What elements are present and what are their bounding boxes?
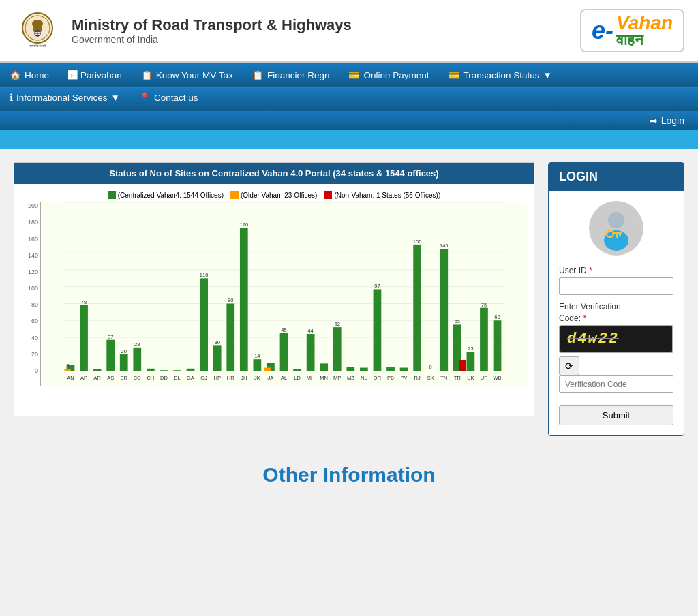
legend-red: (Non-Vaham: 1 States (56 Offices)) xyxy=(324,191,440,199)
user-id-label: User ID * xyxy=(559,266,673,275)
legend-orange: (Older Vaham 23 Offices) xyxy=(230,191,317,199)
nav-online-payment[interactable]: 💳 Online Payment xyxy=(339,63,438,87)
svg-text:JA: JA xyxy=(268,375,274,381)
nav-parivahan-label: Parivahan xyxy=(80,70,122,80)
verification-code-input[interactable] xyxy=(559,375,673,393)
legend-red-label: (Non-Vaham: 1 States (56 Offices)) xyxy=(334,191,440,199)
svg-rect-39 xyxy=(160,370,168,371)
svg-text:AP: AP xyxy=(80,375,87,381)
ticker-bar: VAHAN is the flagship e-Governance appli… xyxy=(0,130,698,149)
submit-button[interactable]: Submit xyxy=(559,405,673,425)
svg-text:MP: MP xyxy=(333,375,341,381)
svg-text:HP: HP xyxy=(213,375,220,381)
svg-text:CG: CG xyxy=(134,375,141,381)
legend-green: (Centralized Vahan4: 1544 Offices) xyxy=(108,191,224,199)
nav-home[interactable]: 🏠 Home xyxy=(0,63,59,87)
svg-point-110 xyxy=(608,212,624,228)
nav-financier-regn[interactable]: 📋 Financier Regn xyxy=(243,63,339,87)
chart-legend: (Centralized Vahan4: 1544 Offices) (Olde… xyxy=(21,191,527,199)
ticker-text: VAHAN is the flagship e-Governance appli… xyxy=(0,134,698,144)
nav-parivahan[interactable]: 🅰 Parivahan xyxy=(59,63,132,87)
home-icon: 🏠 xyxy=(10,70,21,80)
code-label: Code: * xyxy=(559,313,673,323)
nav-home-label: Home xyxy=(25,70,49,80)
login-panel: LOGIN xyxy=(548,162,684,436)
svg-rect-114 xyxy=(619,234,621,236)
captcha-display: d4w22 xyxy=(559,325,673,353)
svg-rect-103 xyxy=(480,308,488,371)
svg-text:28: 28 xyxy=(134,341,140,348)
svg-rect-74 xyxy=(333,327,342,371)
nav-know-mv-tax[interactable]: 📋 Know Your MV Tax xyxy=(132,63,243,87)
user-id-group: User ID * xyxy=(559,266,673,295)
login-link[interactable]: ➡ Login xyxy=(650,115,684,126)
evahan-brand: e- Vahan वाहन xyxy=(580,9,684,52)
svg-text:AN: AN xyxy=(67,375,74,381)
legend-orange-label: (Older Vaham 23 Offices) xyxy=(241,191,317,199)
svg-text:PB: PB xyxy=(387,375,394,381)
svg-text:TR: TR xyxy=(454,375,461,381)
svg-text:170: 170 xyxy=(240,221,249,228)
nav-mv-tax-label: Know Your MV Tax xyxy=(156,70,233,80)
legend-green-label: (Centralized Vahan4: 1544 Offices) xyxy=(118,191,224,199)
svg-text:SK: SK xyxy=(427,375,434,381)
svg-rect-69 xyxy=(307,334,315,371)
svg-rect-86 xyxy=(400,368,408,371)
legend-red-dot xyxy=(324,191,332,199)
svg-text:23: 23 xyxy=(468,345,473,352)
svg-rect-20 xyxy=(64,369,70,371)
svg-rect-77 xyxy=(346,367,354,371)
org-sub: Government of India xyxy=(72,34,352,45)
nav-info-services[interactable]: ℹ Informational Services ▼ xyxy=(0,88,130,107)
svg-rect-43 xyxy=(187,369,195,371)
svg-rect-98 xyxy=(459,360,466,371)
svg-text:55: 55 xyxy=(455,318,460,324)
svg-text:DD: DD xyxy=(160,375,168,381)
y-axis: 0 20 40 60 80 100 120 140 160 180 200 xyxy=(21,202,40,386)
svg-rect-61 xyxy=(264,368,271,371)
svg-text:0: 0 xyxy=(429,364,432,370)
svg-text:GJ: GJ xyxy=(200,375,207,381)
other-info-heading: Other Information xyxy=(14,463,684,487)
nav-transaction-label: Transaction Status xyxy=(464,70,540,80)
svg-rect-57 xyxy=(254,359,262,371)
svg-text:MH: MH xyxy=(307,375,315,381)
nav-contact[interactable]: 📍 Contact us xyxy=(130,88,208,107)
svg-rect-113 xyxy=(612,232,622,234)
login-link-label: Login xyxy=(661,115,684,126)
svg-rect-28 xyxy=(106,340,115,371)
nav-contact-label: Contact us xyxy=(154,93,198,103)
svg-rect-37 xyxy=(147,369,155,371)
svg-text:45: 45 xyxy=(281,327,286,333)
nav-transaction-status[interactable]: 💳 Transaction Status ▼ xyxy=(439,63,562,87)
submit-label: Submit xyxy=(603,410,630,420)
svg-rect-54 xyxy=(240,228,248,371)
svg-text:CH: CH xyxy=(147,375,154,381)
svg-text:20: 20 xyxy=(121,348,127,354)
user-id-input[interactable] xyxy=(559,277,673,295)
svg-rect-26 xyxy=(93,369,102,371)
svg-text:4: 4 xyxy=(267,361,270,367)
svg-text:97: 97 xyxy=(374,283,380,289)
refresh-icon: ⟳ xyxy=(565,360,573,371)
avatar-icon xyxy=(591,203,642,254)
svg-text:UK: UK xyxy=(467,375,474,381)
login-panel-body: User ID * Enter Verification Code: * d4w… xyxy=(549,191,684,435)
svg-text:37: 37 xyxy=(108,334,113,340)
svg-text:44: 44 xyxy=(307,328,313,334)
svg-text:150: 150 xyxy=(413,238,422,245)
svg-text:JK: JK xyxy=(254,375,260,381)
svg-text:75: 75 xyxy=(481,302,487,308)
svg-rect-23 xyxy=(80,305,88,371)
user-id-required: * xyxy=(589,266,592,275)
captcha-refresh-button[interactable]: ⟳ xyxy=(559,356,579,375)
code-required: * xyxy=(583,313,586,323)
svg-text:MN: MN xyxy=(320,375,328,381)
transaction-dropdown-icon: ▼ xyxy=(543,70,552,80)
svg-rect-31 xyxy=(120,354,128,371)
govt-seal-logo: सत्यमेव जयते xyxy=(14,7,61,55)
svg-text:60: 60 xyxy=(494,314,500,320)
org-name: Ministry of Road Transport & Highways xyxy=(72,16,352,34)
evahan-hindi-text: वाहन xyxy=(616,33,643,48)
login-bar: ➡ Login xyxy=(0,111,698,130)
